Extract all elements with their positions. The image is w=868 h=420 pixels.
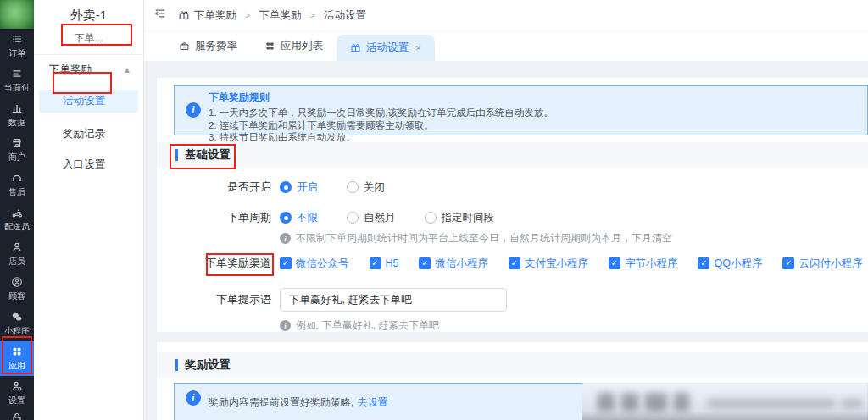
checkbox-wechat-official[interactable]: ✓微信公众号 [280,257,349,271]
shop-subtitle[interactable]: 下单... [34,31,143,46]
after-sale-headset-icon [11,172,23,184]
watermark-overlay [582,383,868,420]
app-sidebar: 订单 当面付 数据 商户 售后 配送员 店员 顾客 小程序 应用 设置 [0,0,34,420]
checkbox-unionpay-mini[interactable]: ✓云闪付小程序 [782,257,862,271]
radio-unchecked-icon[interactable] [347,181,359,193]
section-bar [175,359,178,371]
info-icon: i [280,233,291,244]
go-setup-link[interactable]: 去设置 [358,394,388,410]
checkbox-qq-mini[interactable]: ✓QQ小程序 [698,257,762,271]
module-sidebar: 外卖-1 下单... 下单奖励 ▲ 活动设置 奖励记录 入口设置 [34,0,144,420]
mini-program-bubbles-icon [11,311,23,323]
tab-app-list[interactable]: 应用列表 [251,31,337,61]
basic-section-header: 基础设置 [157,142,868,168]
radio-cycle-natural-month[interactable]: 自然月 [347,211,396,225]
rules-info-box: i 下单奖励规则 1. 一天内多次下单，只奖励一次日常奖励,该奖励在订单完成后由… [174,85,868,135]
sidebar-item-apps[interactable]: 应用 [0,341,34,376]
basic-settings-card: i 下单奖励规则 1. 一天内多次下单，只奖励一次日常奖励,该奖励在订单完成后由… [157,78,868,332]
checkbox-checked-icon[interactable]: ✓ [419,257,431,269]
checkbox-checked-icon[interactable]: ✓ [370,257,381,269]
settings-person-icon [11,380,23,392]
checkbox-checked-icon[interactable]: ✓ [782,257,794,269]
order-list-icon [11,33,23,45]
reward-section-header: 奖励设置 [157,352,868,378]
fee-rate-icon [179,41,190,52]
breadcrumb-item-1[interactable]: 下单奖励 [178,8,236,23]
checkbox-checked-icon[interactable]: ✓ [609,257,620,269]
sidebar-item-settings[interactable]: 设置 [0,376,34,411]
sidebar-item-partial[interactable] [0,411,34,420]
menu-item-entry-settings[interactable]: 入口设置 [39,153,138,176]
tip-note: i 例如: 下单赢好礼, 赶紧去下单吧 [280,318,439,333]
info-icon: i [186,102,201,118]
channels-row: 下单奖励渠道 ✓微信公众号 ✓H5 ✓微信小程序 ✓支付宝小程序 ✓字节小程序 … [157,256,868,271]
breadcrumb: 下单奖励 > 下单奖励 > 活动设置 [144,0,868,31]
checkbox-h5[interactable]: ✓H5 [370,257,399,269]
sidebar-item-data[interactable]: 数据 [0,98,34,133]
merchant-store-icon [11,137,23,149]
menu-item-activity-settings[interactable]: 活动设置 [39,90,138,113]
sidebar-item-orders[interactable]: 订单 [0,29,34,64]
checkbox-checked-icon[interactable]: ✓ [280,257,292,269]
breadcrumb-separator: > [245,10,250,20]
sidebar-item-clerk[interactable]: 店员 [0,237,34,272]
radio-enable-on[interactable]: 开启 [280,180,318,195]
cycle-row: 下单周期 不限 自然月 指定时间段 [157,210,868,225]
radio-enable-off[interactable]: 关闭 [347,180,385,195]
sidebar-item-customer[interactable]: 顾客 [0,272,34,307]
info-icon: i [186,390,201,406]
radio-checked-icon[interactable] [280,212,292,224]
section-bar [175,149,178,161]
sidebar-item-mini-program[interactable]: 小程序 [0,307,34,341]
breadcrumb-item-3[interactable]: 活动设置 [324,8,366,23]
checkbox-wechat-mini[interactable]: ✓微信小程序 [419,257,488,271]
tab-bar: 服务费率 应用列表 活动设置 × [144,31,868,61]
sidebar-item-after-sale[interactable]: 售后 [0,168,34,202]
rules-title: 下单奖励规则 [209,91,859,105]
content-area: i 下单奖励规则 1. 一天内多次下单，只奖励一次日常奖励,该奖励在订单完成后由… [144,61,868,420]
radio-unchecked-icon[interactable] [425,212,437,224]
chevron-up-icon[interactable]: ▲ [123,65,131,75]
cycle-note: i 不限制下单周期则统计时间为平台上线至今日，自然月统计周期则为本月，下月清空 [280,231,672,246]
breadcrumb-separator: > [309,10,314,20]
checkbox-checked-icon[interactable]: ✓ [698,257,709,269]
lock-icon [11,411,23,420]
radio-checked-icon[interactable] [280,181,292,193]
checkbox-checked-icon[interactable]: ✓ [509,257,520,269]
menu-item-reward-records[interactable]: 奖励记录 [39,123,138,146]
tab-service-fee-rate[interactable]: 服务费率 [165,31,251,61]
enable-row: 是否开启 开启 关闭 [157,180,868,195]
shop-title: 外卖-1 [34,0,143,24]
sidebar-item-merchant[interactable]: 商户 [0,133,34,168]
radio-unchecked-icon[interactable] [347,212,359,224]
sidebar-item-face-pay[interactable]: 当面付 [0,64,34,98]
main-area: 下单奖励 > 下单奖励 > 活动设置 服务费率 应用列表 活动设置 × i 下单… [144,0,868,420]
tip-row: 下单提示语 [157,288,868,312]
info-icon: i [280,320,291,331]
breadcrumb-item-2[interactable]: 下单奖励 [259,8,301,23]
order-tip-input[interactable] [280,288,507,312]
radio-cycle-time-range[interactable]: 指定时间段 [425,211,495,225]
app-logo [0,0,34,29]
customer-person-icon [11,276,23,288]
checkbox-bytedance-mini[interactable]: ✓字节小程序 [609,257,678,271]
sidebar-item-courier[interactable]: 配送员 [0,202,34,237]
menu-group-order-reward[interactable]: 下单奖励 ▲ [34,55,143,84]
collapse-sidebar-icon[interactable] [154,8,166,23]
radio-cycle-unlimited[interactable]: 不限 [280,211,318,225]
apps-grid-icon [11,345,23,357]
data-chart-icon [11,102,23,114]
checkbox-alipay-mini[interactable]: ✓支付宝小程序 [509,257,588,271]
section-title: 基础设置 [185,147,231,163]
gift-icon [350,42,361,53]
clerk-person-icon [11,241,23,253]
courier-scooter-icon [11,207,23,218]
face-pay-icon [11,68,23,80]
app-list-grid-icon [264,41,275,52]
gift-icon [178,9,190,21]
close-tab-icon[interactable]: × [415,42,421,54]
tab-activity-settings[interactable]: 活动设置 × [337,35,435,61]
section-title: 奖励设置 [185,357,231,373]
